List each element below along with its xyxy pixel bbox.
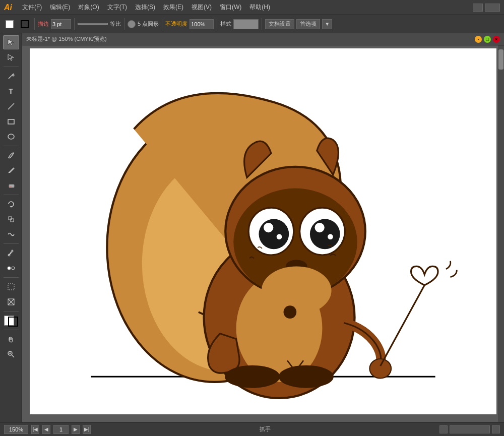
tool-blend[interactable] — [3, 261, 19, 275]
svg-point-38 — [225, 366, 279, 388]
svg-point-29 — [314, 223, 324, 232]
extra-options-btn[interactable]: ▼ — [322, 19, 332, 29]
tool-type[interactable]: T — [3, 84, 19, 98]
tool-artboard[interactable] — [3, 280, 19, 294]
tool-direct-selection[interactable] — [3, 50, 19, 65]
tool-ellipse[interactable] — [3, 130, 19, 144]
toolbar-fill-color[interactable] — [3, 19, 16, 30]
tool-eyedropper[interactable] — [3, 246, 19, 260]
svg-point-27 — [264, 223, 273, 232]
separator-5 — [217, 18, 217, 30]
menu-effect[interactable]: 效果(E) — [159, 2, 187, 13]
tool-hand[interactable] — [3, 332, 19, 346]
svg-line-37 — [381, 285, 425, 366]
tool-sep-2 — [4, 146, 19, 146]
tool-sep-7 — [4, 330, 19, 330]
doc-title: 未标题-1* @ 150% (CMYK/预览) — [26, 35, 107, 43]
tool-rotate[interactable] — [3, 197, 19, 211]
arrange-btn[interactable] — [485, 4, 500, 12]
vertical-scrollbar[interactable] — [498, 45, 504, 422]
tool-warp[interactable] — [3, 227, 19, 241]
point-shape[interactable] — [128, 20, 136, 28]
maximize-btn[interactable]: □ — [484, 36, 491, 43]
tool-paintbrush[interactable] — [3, 148, 19, 162]
tool-sep-6 — [4, 311, 19, 312]
menu-window[interactable]: 窗口(W) — [216, 2, 245, 13]
separator-6 — [262, 18, 262, 30]
next-last-btn[interactable]: ▶| — [83, 425, 91, 434]
tool-line[interactable] — [3, 99, 19, 113]
svg-point-2 — [8, 134, 14, 139]
tool-selection[interactable] — [3, 35, 19, 49]
left-toolbar: T — [0, 33, 22, 422]
svg-point-36 — [369, 359, 391, 378]
main-area: T — [0, 33, 504, 422]
chevron-down-icon: ▼ — [325, 21, 330, 27]
opacity-label: 不透明度 — [165, 20, 187, 28]
tool-rectangle[interactable] — [3, 114, 19, 129]
status-icon-2[interactable] — [492, 425, 500, 433]
svg-point-30 — [328, 234, 333, 239]
line-style[interactable] — [78, 23, 108, 25]
next-btn[interactable]: ▶ — [72, 425, 80, 434]
menu-object[interactable]: 对象(O) — [74, 2, 103, 13]
page-input[interactable] — [53, 425, 69, 434]
tool-sep-3 — [4, 195, 19, 195]
fill-color-box — [6, 20, 14, 28]
style-selector[interactable] — [233, 19, 259, 29]
opacity-input[interactable] — [190, 19, 214, 29]
svg-line-0 — [8, 103, 14, 109]
stroke-width-input[interactable] — [51, 19, 71, 29]
separator-2 — [74, 18, 75, 30]
status-icon-1[interactable] — [439, 425, 448, 433]
svg-rect-1 — [8, 119, 14, 124]
menu-view[interactable]: 视图(V) — [187, 2, 216, 13]
doc-window-buttons: - □ ✕ — [475, 36, 500, 43]
tool-slice[interactable] — [3, 295, 19, 309]
close-btn[interactable]: ✕ — [493, 36, 500, 43]
canvas-content[interactable] — [30, 48, 496, 414]
tool-eraser[interactable] — [3, 178, 19, 193]
toolbar-stroke-color[interactable] — [18, 19, 31, 30]
svg-point-26 — [310, 219, 340, 249]
first-page-btn[interactable]: 首选项 — [296, 19, 320, 29]
zoom-input[interactable] — [4, 425, 28, 434]
menu-select[interactable]: 选择(S) — [131, 2, 159, 13]
prev-btn[interactable]: ◀ — [42, 425, 50, 434]
status-right-area — [439, 425, 500, 433]
menu-edit[interactable]: 编辑(E) — [46, 2, 74, 13]
canvas-area: 未标题-1* @ 150% (CMYK/预览) - □ ✕ — [22, 33, 504, 422]
tool-zoom[interactable] — [3, 347, 19, 361]
menu-file[interactable]: 文件(F) — [18, 2, 46, 13]
svg-rect-5 — [9, 217, 12, 220]
svg-line-13 — [12, 355, 14, 357]
svg-point-28 — [277, 234, 282, 239]
status-progress — [450, 425, 490, 433]
tool-pencil[interactable] — [3, 163, 19, 177]
tool-sep-5 — [4, 277, 19, 278]
tool-sep-4 — [4, 243, 19, 244]
svg-rect-10 — [8, 284, 14, 290]
menu-type[interactable]: 文字(T) — [103, 2, 131, 13]
tool-pen[interactable] — [3, 69, 19, 83]
workspace-btn[interactable] — [473, 4, 483, 12]
type-icon: T — [9, 87, 13, 95]
prev-first-btn[interactable]: |◀ — [31, 425, 39, 434]
stroke-label: 描边 — [38, 20, 49, 28]
minimize-btn[interactable]: - — [475, 36, 482, 43]
ai-logo: Ai — [4, 3, 12, 12]
menu-bar: Ai 文件(F) 编辑(E) 对象(O) 文字(T) 选择(S) 效果(E) 视… — [0, 0, 504, 15]
tool-sep-1 — [4, 67, 19, 67]
svg-point-39 — [279, 366, 333, 388]
toolbar: 描边 等比 5 点圆形 不透明度 样式 文档设置 首选项 ▼ — [0, 15, 504, 33]
svg-point-8 — [8, 267, 11, 270]
svg-rect-6 — [11, 219, 14, 222]
color-area[interactable] — [3, 314, 19, 328]
scrollbar-thumb-vertical[interactable] — [498, 49, 503, 70]
svg-point-9 — [12, 267, 15, 270]
doc-settings-btn[interactable]: 文档设置 — [265, 19, 294, 29]
svg-point-35 — [284, 305, 297, 319]
squirrel-illustration — [30, 48, 496, 414]
menu-help[interactable]: 帮助(H) — [245, 2, 274, 13]
tool-scale[interactable] — [3, 212, 19, 226]
